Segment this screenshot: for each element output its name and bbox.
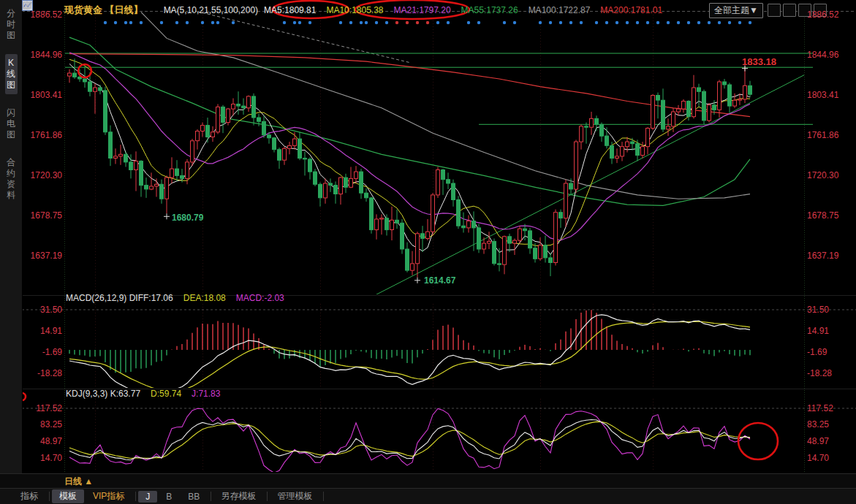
axis-range-icon[interactable] bbox=[783, 4, 796, 17]
bottom-tab-7[interactable]: 管理模板 bbox=[270, 489, 319, 503]
axis-label: 117.52 bbox=[23, 403, 62, 413]
ma-settings-label[interactable]: MA(5,10,21,55,100,200) bbox=[164, 5, 258, 15]
chart-header: 现货黄金 【日线】 MA(5,10,21,55,100,200) MA5:180… bbox=[22, 0, 856, 20]
ma-value-label-3: MA55:1737.26 bbox=[461, 5, 518, 15]
ma-value-label-1: MA10:1805.38 bbox=[326, 5, 383, 15]
kdj-label-part-2: J:71.83 bbox=[192, 389, 220, 399]
bottom-tab-2[interactable]: VIP指标 bbox=[86, 489, 132, 503]
date-axis: 日线 ▲ bbox=[0, 473, 856, 488]
macd-header: MACD(26,12,9) DIFF:17.06DEA:18.08MACD:-2… bbox=[66, 293, 284, 303]
axis-label: 1678.75 bbox=[23, 210, 62, 221]
red-circle-annotation bbox=[738, 423, 778, 459]
axis-label: 1678.75 bbox=[807, 210, 851, 221]
axis-label: 83.25 bbox=[807, 419, 851, 429]
axis-label: 1720.30 bbox=[23, 170, 62, 180]
ma-value-label-0: MA5:1809.81 bbox=[264, 5, 316, 15]
theme-dropdown-button[interactable]: 全部主题▼ bbox=[709, 3, 763, 18]
axis-label: -18.28 bbox=[807, 368, 851, 378]
annotation-july-low: 1680.79 bbox=[172, 213, 203, 223]
axis-label: 1720.30 bbox=[807, 170, 851, 180]
axis-label: 1761.86 bbox=[807, 130, 851, 140]
axis-label: 1803.41 bbox=[23, 90, 62, 100]
bottom-tab-6[interactable]: 另存模板 bbox=[213, 489, 263, 503]
chart-canvas[interactable] bbox=[0, 0, 856, 504]
axis-label: 1844.96 bbox=[23, 50, 62, 60]
trend-line bbox=[367, 75, 804, 299]
bottom-tab-3[interactable]: J bbox=[138, 491, 157, 503]
instrument-title: 现货黄金 【日线】 bbox=[64, 4, 143, 17]
axis-label: -18.28 bbox=[23, 368, 62, 378]
axis-label: 48.97 bbox=[23, 436, 62, 446]
axis-label: 31.50 bbox=[807, 305, 851, 315]
axis-label: -1.69 bbox=[807, 347, 851, 357]
period-selector[interactable]: 日线 ▲ bbox=[64, 476, 93, 488]
chart-type-sidebar: 分时图K线图闪电图合约资料 bbox=[0, 0, 23, 473]
axis-label: 83.25 bbox=[23, 419, 62, 429]
axis-label: -1.69 bbox=[23, 347, 62, 357]
ma-settings-icon[interactable] bbox=[151, 5, 162, 16]
bottom-tab-1[interactable]: 模板 bbox=[52, 489, 84, 503]
sidebar-item-2[interactable]: 闪电图 bbox=[5, 104, 18, 144]
annotation-september-low: 1614.67 bbox=[424, 275, 455, 286]
sidebar-item-1[interactable]: K线图 bbox=[5, 54, 18, 94]
macd-label-part-0: MACD(26,12,9) DIFF:17.06 bbox=[66, 293, 173, 303]
bottom-tab-4[interactable]: B bbox=[159, 491, 179, 503]
kdj-header: KDJ(9,3,3) K:63.77D:59.74J:71.83 bbox=[66, 389, 220, 399]
ma-value-label-4: MA100:1722.87 bbox=[529, 5, 591, 15]
candles-layer bbox=[68, 58, 752, 278]
ma-values: MA5:1809.81MA10:1805.38MA21:1797.20MA55:… bbox=[264, 5, 673, 15]
axis-label: 14.70 bbox=[23, 453, 62, 463]
annotation-december-high: 1833.18 bbox=[742, 56, 776, 67]
axis-label: 1803.41 bbox=[807, 90, 851, 100]
axis-label: 14.91 bbox=[807, 326, 851, 336]
sidebar-item-3[interactable]: 合约资料 bbox=[5, 153, 18, 205]
axis-label: 1844.96 bbox=[807, 50, 851, 60]
app-window: 分时图K线图闪电图合约资料 现货黄金 【日线】 MA(5,10,21,55,10… bbox=[0, 0, 856, 504]
signal-dots-layer bbox=[104, 21, 751, 24]
kdj-label-part-1: D:59.74 bbox=[151, 389, 181, 399]
tab-divider bbox=[267, 492, 268, 501]
kdj-label-part-0: KDJ(9,3,3) K:63.77 bbox=[66, 389, 140, 399]
axis-label: 1637.19 bbox=[23, 251, 62, 261]
macd-label-part-2: MACD:-2.03 bbox=[236, 293, 284, 303]
bottom-tab-5[interactable]: BB bbox=[181, 491, 207, 503]
macd-layer bbox=[69, 310, 750, 373]
tab-divider bbox=[49, 492, 50, 501]
crosshair-icon[interactable] bbox=[768, 4, 781, 17]
axis-label: 31.50 bbox=[23, 305, 62, 315]
axis-label: 14.70 bbox=[807, 453, 851, 463]
ma-value-label-5: MA200:1781.01 bbox=[600, 5, 662, 15]
axis-label: 117.52 bbox=[807, 403, 851, 413]
ma-value-label-2: MA21:1797.20 bbox=[394, 5, 451, 15]
axis-label: 48.97 bbox=[807, 436, 851, 446]
tab-divider bbox=[211, 492, 211, 501]
bottom-tab-0[interactable]: 指标 bbox=[13, 489, 45, 503]
bottom-tab-bar: 指标模板VIP指标JBBB另存模板管理模板 bbox=[0, 488, 856, 504]
sidebar-item-0[interactable]: 分时图 bbox=[5, 4, 18, 45]
tab-divider bbox=[323, 492, 324, 501]
axis-label: 1637.19 bbox=[807, 251, 851, 261]
axis-label: 1886.52 bbox=[23, 9, 62, 20]
tab-divider bbox=[135, 492, 136, 501]
axis-label: 1761.86 bbox=[23, 130, 62, 140]
axis-label: 14.91 bbox=[23, 326, 62, 336]
macd-label-part-1: DEA:18.08 bbox=[183, 293, 226, 303]
axis-label: 1886.52 bbox=[807, 9, 851, 20]
